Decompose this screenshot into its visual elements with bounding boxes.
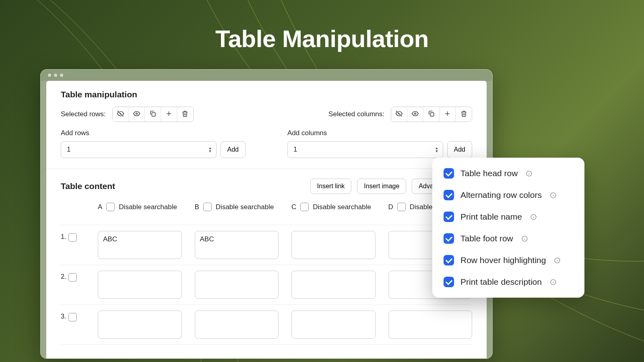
row-select-checkbox[interactable] — [68, 233, 77, 242]
number-stepper[interactable]: ▲▼ — [435, 146, 439, 153]
disable-searchable-checkbox[interactable] — [106, 203, 115, 211]
info-icon[interactable] — [521, 235, 528, 242]
info-icon[interactable] — [530, 214, 537, 220]
insert-image-button[interactable]: Insert image — [357, 179, 406, 194]
show-cols-button[interactable] — [407, 107, 423, 121]
option-checkbox[interactable] — [444, 277, 454, 287]
table-option-row: Table foot row — [444, 233, 573, 244]
delete-rows-button[interactable] — [177, 107, 193, 121]
svg-rect-1 — [152, 113, 155, 116]
hide-rows-button[interactable] — [113, 107, 129, 121]
section-title-manipulation: Table manipulation — [61, 90, 472, 99]
traffic-dot — [48, 74, 51, 77]
section-divider — [46, 169, 487, 169]
option-label: Alternating row colors — [460, 190, 542, 200]
info-icon[interactable] — [550, 279, 557, 286]
disable-searchable-checkbox[interactable] — [397, 203, 406, 211]
option-checkbox[interactable] — [444, 255, 454, 265]
table-cell[interactable] — [291, 231, 376, 259]
hide-cols-button[interactable] — [391, 107, 407, 121]
add-columns-submit-button[interactable]: Add — [447, 141, 472, 158]
plus-icon — [165, 110, 173, 119]
selected-rows-label: Selected rows: — [61, 110, 106, 118]
add-columns-label: Add columns — [287, 129, 472, 137]
column-letter: B — [195, 203, 199, 211]
add-rows-input[interactable]: 1 ▲▼ — [61, 141, 217, 158]
info-icon[interactable] — [526, 170, 533, 177]
disable-searchable-checkbox[interactable] — [203, 203, 212, 211]
add-rows-button[interactable] — [161, 107, 177, 121]
table-cell[interactable] — [195, 271, 279, 299]
row-number: 1. — [61, 233, 66, 241]
app-body: Table manipulation Selected rows: Select… — [46, 81, 487, 358]
copy-rows-button[interactable] — [145, 107, 161, 121]
table-cell[interactable] — [388, 311, 473, 339]
svg-point-0 — [136, 113, 137, 115]
plus-icon — [444, 110, 451, 119]
disable-searchable-checkbox[interactable] — [300, 203, 309, 211]
eye-icon — [133, 110, 140, 119]
option-checkbox[interactable] — [444, 190, 454, 200]
table-cell[interactable] — [291, 311, 376, 339]
window-titlebar — [41, 70, 492, 81]
column-letter: D — [388, 203, 393, 211]
add-rows-value: 1 — [67, 146, 70, 154]
add-rows-submit-button[interactable]: Add — [221, 141, 246, 158]
table-cell[interactable] — [291, 271, 376, 299]
add-rows-block: Add rows 1 ▲▼ Add — [61, 129, 246, 158]
add-columns-input[interactable]: 1 ▲▼ — [287, 141, 443, 158]
selected-rows-group: Selected rows: — [61, 107, 194, 122]
option-checkbox[interactable] — [444, 168, 454, 179]
add-cols-button[interactable] — [440, 107, 456, 121]
selected-rows-toolbar — [112, 107, 194, 122]
row-select-checkbox[interactable] — [68, 273, 77, 282]
column-header: BDisable searchable — [195, 203, 279, 219]
traffic-dot — [60, 74, 63, 77]
eye-icon — [411, 110, 419, 119]
row-label: 2. — [61, 271, 85, 299]
selected-columns-toolbar — [391, 107, 472, 122]
table-cell[interactable]: ABC — [195, 231, 279, 259]
option-checkbox[interactable] — [444, 233, 454, 244]
copy-cols-button[interactable] — [423, 107, 440, 121]
row-select-checkbox[interactable] — [68, 313, 77, 321]
option-label: Row hover highlighting — [460, 255, 546, 265]
info-icon[interactable] — [554, 257, 561, 264]
traffic-dot — [54, 74, 57, 77]
hero-title: Table Manipulation — [0, 25, 644, 53]
row-divider — [61, 265, 472, 265]
row-number: 3. — [61, 313, 66, 320]
table-cell[interactable] — [98, 271, 182, 299]
table-option-row: Print table description — [444, 277, 573, 287]
column-letter: C — [291, 203, 296, 211]
copy-icon — [149, 110, 157, 119]
insert-link-button[interactable]: Insert link — [310, 179, 351, 194]
option-label: Print table name — [460, 212, 522, 222]
table-option-row: Table head row — [444, 168, 573, 179]
row-label: 3. — [61, 311, 85, 339]
table-option-row: Row hover highlighting — [444, 255, 573, 265]
table-cell[interactable] — [195, 311, 279, 339]
table-cell[interactable]: ABC — [98, 231, 182, 259]
option-label: Table head row — [460, 169, 518, 178]
eye-off-icon — [395, 110, 403, 119]
disable-searchable-label: Disable searchable — [313, 203, 371, 211]
row-number: 2. — [61, 273, 66, 280]
add-rows-label: Add rows — [61, 129, 246, 137]
option-checkbox[interactable] — [444, 212, 454, 222]
number-stepper[interactable]: ▲▼ — [208, 146, 212, 153]
trash-icon — [181, 110, 189, 119]
option-label: Print table description — [460, 277, 542, 287]
show-rows-button[interactable] — [129, 107, 145, 121]
info-icon[interactable] — [550, 192, 557, 199]
row-label: 1. — [61, 231, 85, 259]
table-cell[interactable] — [98, 311, 182, 339]
option-label: Table foot row — [460, 234, 513, 243]
selected-columns-group: Selected columns: — [328, 107, 472, 122]
delete-cols-button[interactable] — [456, 107, 472, 121]
column-header: ADisable searchable — [98, 203, 182, 219]
table-editor: ADisable searchableBDisable searchableCD… — [61, 203, 472, 350]
copy-icon — [427, 110, 435, 119]
column-header: CDisable searchable — [291, 203, 376, 219]
add-columns-block: Add columns 1 ▲▼ Add — [287, 129, 472, 158]
